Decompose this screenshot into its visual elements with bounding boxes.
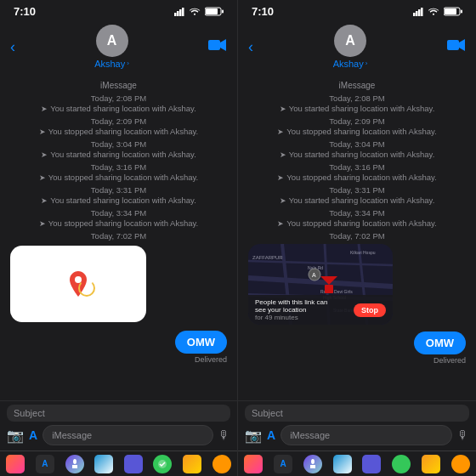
ts-6-left: Today, 3:34 PM <box>10 208 227 218</box>
bottom-bar-right: Subject 📷 A iMessage 🎙 <box>238 400 476 450</box>
dock-app-r6[interactable] <box>392 455 411 473</box>
time-right: 7:10 <box>252 5 274 18</box>
svg-rect-3 <box>182 8 184 16</box>
ts-1-right: Today, 2:08 PM <box>248 94 466 103</box>
input-row-left: 📷 A iMessage 🎙 <box>7 425 230 445</box>
dock-app-r1[interactable] <box>244 455 263 473</box>
dock-left: A <box>0 450 237 476</box>
dock-app-r3[interactable] <box>303 455 322 473</box>
battery-icon-right <box>444 7 462 16</box>
audio-icon-right[interactable]: 🎙 <box>457 428 469 442</box>
imessage-label-left: iMessage <box>10 81 227 90</box>
svg-rect-0 <box>174 13 177 16</box>
dock-app-4[interactable] <box>94 455 113 473</box>
delivered-right: Delivered <box>434 356 466 365</box>
svg-rect-5 <box>206 8 218 14</box>
subject-field-right[interactable]: Subject <box>245 405 469 422</box>
tooltip-line3: for 49 minutes <box>255 314 327 321</box>
imessage-input-left[interactable]: iMessage <box>42 425 213 445</box>
dock-app-3[interactable] <box>65 455 84 473</box>
dock-app-r2[interactable]: A <box>274 455 292 473</box>
svg-point-38 <box>311 459 314 464</box>
dock-app-r4[interactable] <box>333 455 352 473</box>
wifi-icon <box>190 8 201 16</box>
msg-4-left: ➤ You stopped sharing location with Aksh… <box>10 173 227 182</box>
map-bubble-left <box>10 246 146 322</box>
right-phone-panel: 7:10 ‹ A Akshay › iMessage Today, 2:08 P… <box>238 0 476 476</box>
loading-spinner <box>78 280 95 297</box>
omw-bubble-left: OMW <box>175 331 227 354</box>
dock-app-1[interactable] <box>6 455 25 473</box>
ts-2-left: Today, 2:09 PM <box>10 116 227 126</box>
app-icon-right[interactable]: A <box>267 428 275 442</box>
ts-4-right: Today, 3:16 PM <box>248 162 466 172</box>
nav-center-left: A Akshay › <box>94 25 129 69</box>
ts-3-left: Today, 3:04 PM <box>10 139 227 149</box>
contact-name-left[interactable]: Akshay <box>94 59 125 69</box>
bottom-bar-left: Subject 📷 A iMessage 🎙 <box>0 400 237 450</box>
svg-rect-35 <box>325 285 333 293</box>
svg-rect-2 <box>179 9 182 16</box>
svg-rect-15 <box>421 8 423 16</box>
chevron-down-icon-left: › <box>127 60 129 67</box>
nav-bar-right: ‹ A Akshay › <box>238 21 476 74</box>
dock-app-8[interactable] <box>212 455 231 473</box>
arrow-icon-5: ➤ <box>41 196 48 205</box>
video-icon-right[interactable] <box>447 38 466 55</box>
arrow-icon-2: ➤ <box>39 128 46 136</box>
ts-4-left: Today, 3:16 PM <box>10 162 227 172</box>
svg-rect-7 <box>208 40 220 50</box>
back-button-right[interactable]: ‹ <box>248 38 253 56</box>
app-icon-left[interactable]: A <box>29 428 37 442</box>
arrow-icon-3: ➤ <box>41 150 48 159</box>
ts-7-left: Today, 7:02 PM <box>10 231 227 241</box>
tooltip-text: People with this link can see your locat… <box>255 298 327 321</box>
camera-icon-right[interactable]: 📷 <box>245 428 262 444</box>
camera-icon-left[interactable]: 📷 <box>7 428 24 444</box>
svg-rect-18 <box>461 10 462 14</box>
map-bubble-right-container: ZAFFARPUR Nala Rd Radha Devi Girls High … <box>248 244 393 325</box>
back-button-left[interactable]: ‹ <box>10 38 15 56</box>
dock-app-6[interactable] <box>153 455 172 473</box>
dock-app-2[interactable]: A <box>36 455 54 473</box>
msg-5-right: ➤ You started sharing location with Aksh… <box>248 196 466 205</box>
omw-container-right: OMW Delivered <box>248 328 466 365</box>
msg-6-left: ➤ You stopped sharing location with Aksh… <box>10 218 227 228</box>
avatar-left: A <box>96 25 128 57</box>
msg-3-right: ➤ You started sharing location with Aksh… <box>248 150 466 159</box>
dock-app-r5[interactable] <box>362 455 381 473</box>
imessage-label-right: iMessage <box>248 81 466 90</box>
signal-icon-right <box>413 8 425 16</box>
signal-icon <box>174 8 186 16</box>
svg-marker-20 <box>459 39 465 51</box>
status-bar-right: 7:10 <box>238 0 476 21</box>
msg-3-left: ➤ You started sharing location with Aksh… <box>10 150 227 159</box>
dock-app-7[interactable] <box>183 455 201 473</box>
map-bubble-right: ZAFFARPUR Nala Rd Radha Devi Girls High … <box>248 244 393 325</box>
omw-container-left: OMW Delivered <box>10 327 227 364</box>
left-phone-panel: 7:10 ‹ A Akshay › iMessage Today, 2:08 P… <box>0 0 238 476</box>
dock-app-5[interactable] <box>124 455 143 473</box>
messages-area-right: iMessage Today, 2:08 PM ➤ You started sh… <box>238 74 476 400</box>
dock-app-r7[interactable] <box>422 455 440 473</box>
msg-4-right: ➤ You stopped sharing location with Aksh… <box>248 173 466 182</box>
contact-name-right[interactable]: Akshay <box>333 59 364 69</box>
wifi-icon-right <box>428 8 440 16</box>
arrow-icon-r1: ➤ <box>280 105 286 113</box>
chevron-down-icon-right: › <box>366 60 368 67</box>
dock-app-r8[interactable] <box>451 455 470 473</box>
svg-rect-17 <box>445 8 456 14</box>
msg-6-right: ➤ You stopped sharing location with Aksh… <box>248 218 466 228</box>
video-icon-left[interactable] <box>208 38 227 55</box>
stop-button[interactable]: Stop <box>354 303 386 317</box>
ts-7-right: Today, 7:02 PM <box>248 231 466 241</box>
audio-icon-left[interactable]: 🎙 <box>218 428 230 442</box>
tooltip-line1: People with this link can <box>255 298 327 306</box>
subject-field-left[interactable]: Subject <box>7 405 230 422</box>
msg-1-right: ➤ You started sharing location with Aksh… <box>248 104 466 113</box>
imessage-input-right[interactable]: iMessage <box>280 425 452 445</box>
ts-5-left: Today, 3:31 PM <box>10 185 227 195</box>
msg-1-left: ➤ You started sharing location with Aksh… <box>10 104 227 113</box>
tooltip-line2: see your location <box>255 306 327 314</box>
svg-text:ZAFFARPUR: ZAFFARPUR <box>252 255 283 260</box>
